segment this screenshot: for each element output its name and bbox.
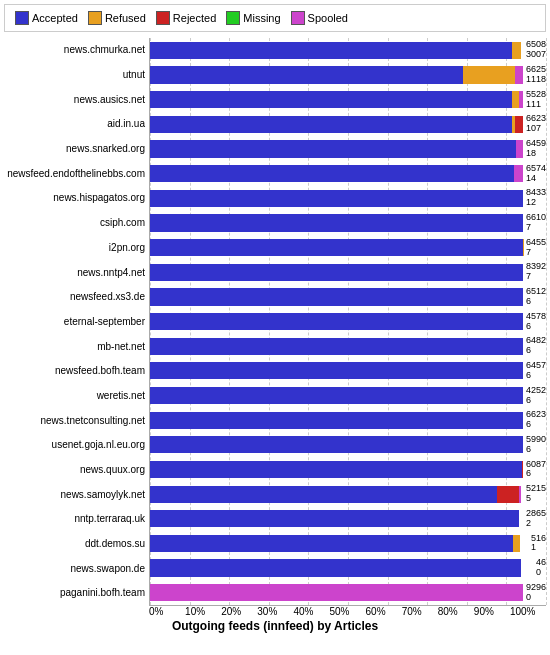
bar-segment-container (150, 387, 523, 404)
bar-segment-container (150, 264, 523, 281)
bar-segment-accepted (150, 214, 523, 231)
bar-segment-accepted (150, 42, 512, 59)
bar-segment-container (150, 214, 523, 231)
x-tick: 20% (221, 606, 257, 617)
bar-segment-spooled (519, 486, 521, 503)
bar-row: 42526 (150, 383, 546, 408)
bar-segment-refused (512, 42, 521, 59)
bar-row: 83927 (150, 260, 546, 285)
legend-item-accepted: Accepted (15, 11, 78, 25)
bar-segment-accepted (150, 486, 497, 503)
grid-line (546, 38, 547, 605)
bar-row: 64576 (150, 359, 546, 384)
bar-numbers: 42526 (526, 386, 546, 406)
bar-row: 92960 (150, 580, 546, 605)
bar-row: 657414 (150, 161, 546, 186)
bar-segment-container (150, 239, 523, 256)
x-tick: 30% (257, 606, 293, 617)
bar-numbers: 59906 (526, 435, 546, 455)
bar-segment-rejected (497, 486, 519, 503)
chart-area: news.chmurka.netutnutnews.ausics.netaid.… (0, 36, 550, 655)
y-labels: news.chmurka.netutnutnews.ausics.netaid.… (4, 38, 149, 606)
bar-segment-container (150, 42, 523, 59)
y-label: news.chmurka.net (4, 45, 149, 55)
bar-numbers: 64576 (526, 361, 546, 381)
bar-segment-container (150, 165, 523, 182)
bar-row: 59906 (150, 433, 546, 458)
bar-segment-accepted (150, 288, 523, 305)
bar-segment-accepted (150, 559, 521, 576)
bar-row: 460 (150, 556, 546, 581)
bar-segment-accepted (150, 387, 523, 404)
legend: AcceptedRefusedRejectedMissingSpooled (4, 4, 546, 32)
x-tick: 40% (293, 606, 329, 617)
y-label: news.tnetconsulting.net (4, 416, 149, 426)
bar-row: 6623107 (150, 112, 546, 137)
y-label: csiph.com (4, 218, 149, 228)
bar-segment-refused (512, 91, 519, 108)
bar-segment-container (150, 140, 523, 157)
bar-segment-container (150, 535, 528, 552)
y-label: ddt.demos.su (4, 539, 149, 549)
bar-numbers: 66107 (526, 213, 546, 233)
bar-row: 28652 (150, 506, 546, 531)
bar-segment-container (150, 288, 523, 305)
bar-row: 843312 (150, 186, 546, 211)
bar-segment-accepted (150, 338, 523, 355)
bar-segment-accepted (150, 461, 522, 478)
y-label: paganini.bofh.team (4, 588, 149, 598)
bar-row: 5528111 (150, 87, 546, 112)
y-label: mb-net.net (4, 342, 149, 352)
bar-segment-spooled (519, 91, 523, 108)
y-label: eternal-september (4, 317, 149, 327)
bar-segment-accepted (150, 140, 516, 157)
bar-segment-refused (463, 66, 515, 83)
x-axis-labels: 0%10%20%30%40%50%60%70%80%90%100% (4, 606, 546, 617)
bar-segment-accepted (150, 412, 523, 429)
bar-numbers: 645918 (526, 139, 546, 159)
y-label: newsfeed.bofh.team (4, 366, 149, 376)
y-label: news.ausics.net (4, 95, 149, 105)
bar-segment-accepted (150, 362, 523, 379)
bar-segment-container (150, 313, 523, 330)
bar-row: 66251118 (150, 63, 546, 88)
bar-segment-container (150, 190, 523, 207)
y-label: news.quux.org (4, 465, 149, 475)
bar-numbers: 64826 (526, 336, 546, 356)
bar-numbers: 6623107 (526, 114, 546, 134)
bar-row: 65083007 (150, 38, 546, 63)
y-label: news.nntp4.net (4, 268, 149, 278)
y-label: utnut (4, 70, 149, 80)
bar-numbers: 5161 (531, 534, 546, 554)
chart-title: Outgoing feeds (innfeed) by Articles (4, 617, 546, 635)
y-label: newsfeed.xs3.de (4, 292, 149, 302)
bar-segment-accepted (150, 91, 512, 108)
y-label: aid.in.ua (4, 119, 149, 129)
y-label: weretis.net (4, 391, 149, 401)
bar-segment-container (150, 486, 523, 503)
bar-segment-container (150, 436, 523, 453)
bar-segment-accepted (150, 116, 512, 133)
bar-numbers: 65126 (526, 287, 546, 307)
y-label: usenet.goja.nl.eu.org (4, 440, 149, 450)
bar-numbers: 5528111 (526, 90, 546, 110)
bar-segment-container (150, 559, 533, 576)
bar-numbers: 657414 (526, 164, 546, 184)
x-tick: 60% (366, 606, 402, 617)
bar-row: 64557 (150, 235, 546, 260)
bar-row: 60876 (150, 457, 546, 482)
bar-segment-accepted (150, 264, 523, 281)
bar-segment-container (150, 91, 523, 108)
bar-row: 45786 (150, 309, 546, 334)
bar-segment-spooled (150, 584, 523, 601)
y-label: nntp.terraraq.uk (4, 514, 149, 524)
bar-numbers: 45786 (526, 312, 546, 332)
bar-numbers: 64557 (526, 238, 546, 258)
bar-segment-container (150, 510, 523, 527)
bar-segment-accepted (150, 510, 519, 527)
legend-item-rejected: Rejected (156, 11, 216, 25)
y-label: news.snarked.org (4, 144, 149, 154)
bar-row: 645918 (150, 137, 546, 162)
bar-row: 65126 (150, 285, 546, 310)
x-tick: 70% (402, 606, 438, 617)
